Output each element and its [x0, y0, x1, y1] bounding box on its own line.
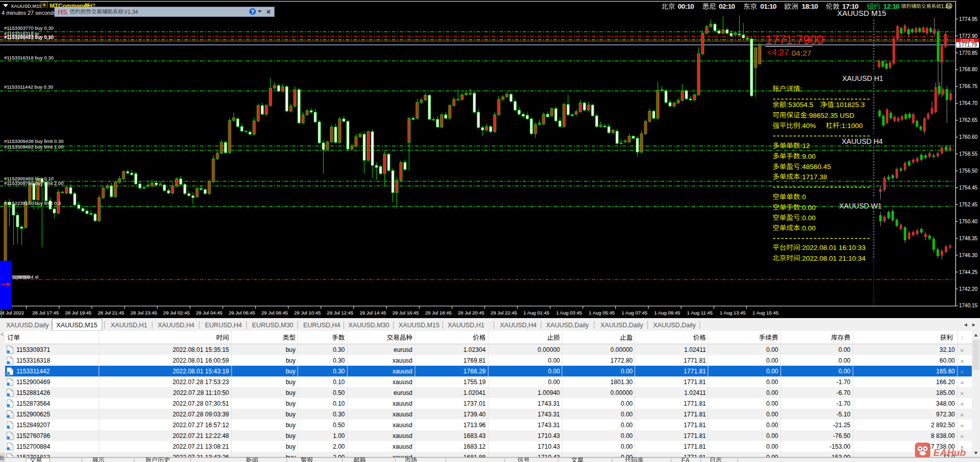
svg-text:XAUUSD,Daily: XAUUSD,Daily: [653, 322, 696, 329]
svg-text:✕: ✕: [960, 391, 964, 396]
svg-text:01:10: 01:10: [760, 3, 777, 10]
svg-text:0.00: 0.00: [766, 379, 779, 386]
svg-text:29 Jul 16:45: 29 Jul 16:45: [392, 310, 419, 316]
svg-text:✕: ✕: [960, 369, 964, 375]
svg-text::0: :0: [800, 193, 806, 201]
svg-text:1771.81: 1771.81: [684, 368, 706, 375]
svg-text:1.02041: 1.02041: [464, 389, 486, 396]
svg-text:2022.07.21 13:08:21: 2022.07.21 13:08:21: [173, 443, 229, 450]
svg-text:XAUUSD,Daily: XAUUSD,Daily: [546, 322, 589, 329]
svg-text:1 Aug 05:45: 1 Aug 05:45: [589, 310, 615, 316]
svg-text::12: :12: [800, 142, 810, 150]
svg-text:1771.81: 1771.81: [684, 443, 706, 450]
svg-text::2022.08.01 21:10:34: :2022.08.01 21:10:34: [800, 255, 866, 262]
svg-text:1 Aug 09:45: 1 Aug 09:45: [654, 310, 680, 316]
svg-text:0.30: 0.30: [333, 357, 345, 364]
svg-text:0.00: 0.00: [548, 368, 560, 375]
svg-text::0.00: :0.00: [800, 224, 816, 232]
svg-text::0.00: :0.00: [800, 214, 816, 222]
svg-text:2022.07.28 07:30:51: 2022.07.28 07:30:51: [173, 400, 229, 407]
svg-text:1771.81: 1771.81: [684, 357, 706, 364]
svg-text::9.00: :9.00: [800, 153, 816, 160]
svg-text:1771.81: 1771.81: [684, 422, 706, 429]
svg-text:left to bar end: left to bar end: [54, 10, 89, 16]
svg-text:-6.70: -6.70: [837, 389, 851, 396]
svg-text:×: ×: [266, 8, 270, 16]
svg-text:1152873564: 1152873564: [16, 400, 50, 407]
svg-text:1710.43: 1710.43: [538, 443, 560, 450]
svg-text:32.10: 32.10: [940, 346, 955, 353]
svg-text:buy: buy: [286, 368, 296, 375]
svg-text:1 Aug 03:45: 1 Aug 03:45: [556, 310, 582, 316]
svg-text:XAUUSD H1: XAUUSD H1: [842, 74, 883, 82]
svg-text::48560.45: :48560.45: [800, 163, 831, 171]
svg-text:1152900625: 1152900625: [16, 411, 50, 418]
svg-text:1.02304: 1.02304: [464, 346, 486, 353]
svg-text:#1153309438 buy limit 0.30: #1153309438 buy limit 0.30: [4, 138, 64, 144]
svg-text:1.02411: 1.02411: [684, 389, 706, 396]
svg-text:+: +: [43, 2, 46, 8]
svg-text:29 Jul 10:45: 29 Jul 10:45: [294, 310, 321, 316]
svg-text:1 Aug 07:45: 1 Aug 07:45: [621, 310, 648, 316]
svg-text:28 Jul 17:45: 28 Jul 17:45: [32, 310, 59, 316]
svg-text:1771.81: 1771.81: [684, 411, 706, 418]
svg-text:29 Jul 14:45: 29 Jul 14:45: [360, 310, 386, 316]
svg-text:28 Jul 21:45: 28 Jul 21:45: [98, 310, 124, 316]
svg-text:✕: ✕: [960, 348, 964, 353]
svg-text:XAUUSD,H4: XAUUSD,H4: [500, 322, 537, 329]
svg-text:buy: buy: [286, 432, 296, 439]
svg-text:xauusd: xauusd: [392, 357, 412, 364]
svg-text:0.00000: 0.00000: [538, 346, 560, 353]
svg-text:1743.31: 1743.31: [538, 411, 560, 418]
svg-text:xauusd: xauusd: [392, 422, 412, 429]
svg-text:29 Jul 22:45: 29 Jul 22:45: [491, 310, 517, 316]
svg-text::101825.3: :101825.3: [834, 101, 865, 109]
svg-text:-5.10: -5.10: [837, 411, 851, 418]
svg-text:1764.70: 1764.70: [959, 100, 978, 106]
svg-text:EURUSD,M30: EURUSD,M30: [252, 322, 294, 329]
svg-text:2022.07.28 09:03:39: 2022.07.28 09:03:39: [173, 411, 229, 418]
svg-text:-1.70: -1.70: [837, 379, 851, 386]
svg-text:0.00: 0.00: [766, 368, 779, 375]
svg-text:XAUUSD M15: XAUUSD M15: [837, 9, 886, 17]
svg-text:1760.60: 1760.60: [959, 134, 978, 140]
svg-text:0.00: 0.00: [621, 400, 633, 407]
svg-text:1.00940: 1.00940: [538, 389, 560, 396]
svg-text:0.00: 0.00: [766, 389, 779, 396]
svg-text::53054.5: :53054.5: [786, 101, 814, 109]
svg-text:1153309371: 1153309371: [16, 346, 50, 353]
svg-text:EURUSD,H4: EURUSD,H4: [303, 322, 340, 329]
svg-text:XAUUSD,M15: XAUUSD,M15: [11, 3, 42, 9]
svg-text:0.00: 0.00: [548, 357, 560, 364]
svg-text:1748.35: 1748.35: [959, 236, 978, 241]
svg-text:#1153309756 buy limit 2.00: #1153309756 buy limit 2.00: [4, 180, 64, 186]
svg-text:#1153303770 buy 0.30: #1153303770 buy 0.30: [4, 25, 54, 31]
svg-text:28 Jul 2022: 28 Jul 2022: [0, 310, 24, 316]
svg-text:1 Aug 13:45: 1 Aug 13:45: [720, 310, 746, 316]
svg-text:1754.45: 1754.45: [959, 185, 978, 191]
svg-text:✕: ✕: [960, 359, 964, 364]
svg-text:1152900469: 1152900469: [16, 379, 50, 386]
svg-text:xauusd: xauusd: [392, 411, 412, 418]
svg-text:XAUUSD,M30: XAUUSD,M30: [348, 322, 389, 329]
svg-text::98652.35 USD: :98652.35 USD: [807, 112, 855, 119]
svg-text:buy: buy: [286, 357, 296, 364]
svg-text:29 Jul 06:45: 29 Jul 06:45: [228, 310, 255, 316]
svg-text::0.00: :0.00: [800, 204, 816, 212]
svg-text:0.00: 0.00: [766, 411, 779, 418]
svg-text:2022.08.01 16:00:59: 2022.08.01 16:00:59: [173, 357, 229, 364]
svg-text:165.60: 165.60: [936, 368, 955, 375]
svg-text:-1.70: -1.70: [837, 400, 851, 407]
svg-text:2022.07.28 17:53:23: 2022.07.28 17:53:23: [173, 379, 229, 386]
svg-text:1153311442: 1153311442: [16, 368, 50, 375]
svg-text:1766.75: 1766.75: [959, 83, 978, 89]
svg-text:1771.81: 1771.81: [684, 400, 706, 407]
svg-text:<: <: [1, 332, 4, 337]
svg-text::40%: :40%: [800, 122, 816, 130]
svg-text:XAUUSD,H1: XAUUSD,H1: [111, 322, 148, 329]
svg-text:XAUUSD,Daily: XAUUSD,Daily: [600, 322, 643, 329]
svg-text:1750.40: 1750.40: [959, 219, 978, 224]
svg-text:1770.85: 1770.85: [959, 50, 978, 56]
svg-text:-76.50: -76.50: [833, 432, 850, 439]
svg-text:0.00: 0.00: [621, 368, 633, 375]
